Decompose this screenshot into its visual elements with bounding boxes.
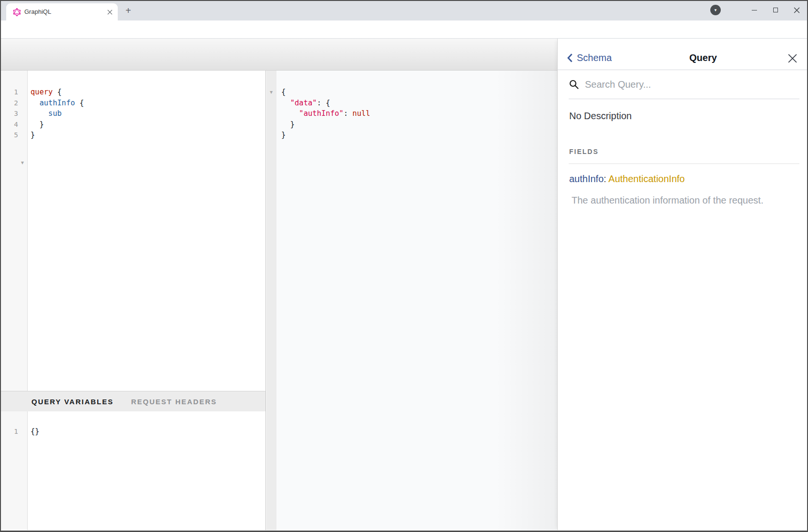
doc-fields-heading: FIELDS: [569, 148, 599, 155]
browser-toolbar: localhost:3000/graphql ☆ P Tp L Aktualis…: [0, 20, 808, 39]
doc-back-label: Schema: [577, 52, 612, 63]
doc-field-description: The authentication information of the re…: [572, 195, 763, 206]
tab-search-icon[interactable]: ▼: [710, 5, 721, 15]
graphql-favicon-icon: [13, 8, 21, 16]
doc-explorer-panel: Schema Query No Description FIELDS authI…: [557, 39, 808, 530]
doc-explorer-header: Schema Query: [558, 39, 808, 70]
window-close-button[interactable]: [789, 2, 804, 18]
graphiql-toolbar: GraphiQL Prettify Merge Copy History Sha…: [0, 39, 557, 71]
fold-arrow-icon[interactable]: ▾: [21, 160, 24, 165]
tab-query-variables[interactable]: QUERY VARIABLES: [31, 391, 113, 412]
doc-title: Query: [689, 52, 717, 63]
close-icon: [794, 7, 800, 13]
query-editor-gutter: 12345: [0, 71, 28, 391]
doc-field-type-link[interactable]: AuthenticationInfo: [608, 174, 685, 184]
new-tab-button[interactable]: +: [122, 4, 134, 17]
doc-close-button[interactable]: [786, 51, 799, 65]
chevron-left-icon: [567, 53, 573, 62]
doc-back-link[interactable]: Schema: [567, 52, 612, 63]
close-icon: [788, 53, 798, 63]
browser-tab[interactable]: GraphiQL: [6, 3, 118, 20]
maximize-icon: [773, 8, 778, 12]
tab-request-headers[interactable]: REQUEST HEADERS: [131, 391, 217, 412]
window-maximize-button[interactable]: [768, 2, 783, 18]
doc-search-row: [569, 70, 799, 99]
doc-fields-divider: [569, 164, 799, 164]
result-viewer[interactable]: ▾ { "data": { "authInfo": null }}: [266, 71, 557, 530]
doc-no-description: No Description: [569, 111, 632, 122]
doc-field-name-link[interactable]: authInfo: [569, 174, 603, 184]
result-fold-gutter[interactable]: ▾: [266, 71, 276, 530]
tab-title: GraphiQL: [24, 8, 51, 15]
secondary-editor-tabbar: QUERY VARIABLES REQUEST HEADERS: [0, 391, 266, 411]
query-editor[interactable]: 12345 ▾ query { authInfo { sub }}: [0, 71, 266, 391]
browser-title-bar: GraphiQL + ▼: [0, 0, 808, 20]
doc-field-colon: :: [603, 174, 606, 184]
variables-code: {}: [31, 426, 40, 437]
doc-search-input[interactable]: [585, 79, 785, 90]
tab-close-icon[interactable]: [104, 7, 115, 17]
search-icon: [569, 79, 579, 90]
query-code: query { authInfo { sub }}: [31, 87, 84, 141]
minimize-icon: [752, 10, 757, 10]
window-minimize-button[interactable]: [747, 2, 762, 18]
variables-editor[interactable]: 1 {}: [0, 411, 266, 530]
fold-arrow-icon[interactable]: ▾: [270, 89, 273, 95]
variables-editor-gutter: 1: [0, 411, 28, 530]
doc-field-row: authInfo: AuthenticationInfo: [569, 174, 685, 184]
result-json: { "data": { "authInfo": null }}: [281, 87, 370, 141]
